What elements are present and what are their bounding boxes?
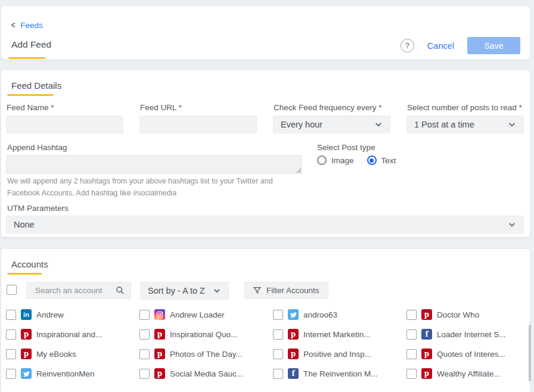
account-item[interactable]: inAndrew [6,309,139,321]
account-name: ReinventionMen [36,369,95,378]
frequency-label: Check Feed frequency every * [274,103,382,112]
account-checkbox[interactable] [6,349,16,359]
facebook-icon: f [421,329,432,340]
account-checkbox[interactable] [273,349,283,359]
account-checkbox[interactable] [406,329,417,340]
account-checkbox[interactable] [406,369,417,379]
accounts-section-title: Accounts [11,259,48,269]
facebook-glyph: f [291,370,294,377]
account-search[interactable] [26,282,131,299]
account-checkbox[interactable] [139,369,150,379]
pinterest-icon: p [421,368,432,379]
feed-details-card: Feed Details Feed Name * Feed URL * Chec… [1,70,530,237]
account-item[interactable]: fLoader Internet S... [406,328,525,340]
search-input[interactable] [35,286,116,295]
header-actions: ? Cancel Save [401,37,520,54]
feed-url-input[interactable] [139,116,257,133]
sort-value: Sort by - A to Z [148,286,205,295]
filter-funnel-icon [253,287,261,294]
account-name: Quotes of Interes... [437,350,505,359]
account-checkbox[interactable] [406,310,417,320]
utm-parameters-select[interactable]: None [6,216,524,234]
pinterest-glyph: p [424,370,429,377]
account-name: Inspirational Quo... [170,330,237,339]
pinterest-glyph: p [157,350,162,357]
account-item[interactable]: pInspirational and... [6,328,139,340]
account-checkbox[interactable] [139,310,150,320]
account-item[interactable]: pInternet Marketin... [273,328,406,340]
pinterest-glyph: p [291,331,296,338]
instagram-camera [156,311,163,318]
account-item[interactable]: androo63 [273,309,406,321]
select-all-checkbox[interactable] [7,285,17,295]
facebook-glyph: f [425,331,428,338]
frequency-select[interactable]: Every hour [273,116,390,133]
cancel-button[interactable]: Cancel [427,41,454,51]
account-checkbox[interactable] [6,329,16,340]
account-item[interactable]: pSocial Media Sauc... [139,368,273,379]
account-item[interactable]: fThe Reinvention M... [273,368,406,379]
account-checkbox[interactable] [273,310,283,320]
account-name: Doctor Who [437,310,479,319]
frequency-value: Every hour [281,120,322,129]
breadcrumb-label[interactable]: Feeds [20,21,43,30]
account-name: Andrew Loader [170,310,225,319]
chevron-down-icon [213,287,221,295]
account-name: androo63 [303,310,337,319]
save-button[interactable]: Save [467,37,520,54]
utm-parameters-value: None [14,220,35,229]
facebook-icon: f [288,368,299,379]
account-item[interactable]: pPositive and Insp... [273,348,406,360]
account-checkbox[interactable] [273,369,283,379]
pinterest-icon: p [421,349,432,359]
pinterest-glyph: p [424,311,429,318]
account-item[interactable]: pDoctor Who [406,309,525,321]
account-checkbox[interactable] [6,310,16,320]
posts-to-read-value: 1 Post at a time [414,120,474,129]
account-item[interactable]: pPhotos of The Day... [139,348,273,360]
breadcrumb[interactable]: < Feeds [11,20,43,30]
radio-icon[interactable] [367,155,377,165]
pinterest-glyph: p [157,370,162,377]
account-checkbox[interactable] [406,349,417,359]
vertical-scrollbar[interactable] [529,325,531,381]
help-icon[interactable]: ? [401,39,414,52]
account-name: Loader Internet S... [437,330,506,339]
linkedin-icon: in [21,309,32,320]
feed-name-input[interactable] [6,116,123,133]
account-name: The Reinvention M... [303,369,378,378]
account-checkbox[interactable] [139,349,150,359]
account-checkbox[interactable] [6,369,16,379]
accounts-accent-underline [7,273,42,275]
account-checkbox[interactable] [139,329,150,340]
account-item[interactable]: pMy eBooks [6,348,139,360]
pinterest-icon: p [154,349,165,359]
account-name: Social Media Sauc... [170,369,243,378]
account-name: Photos of The Day... [170,350,243,359]
account-item[interactable]: pInspirational Quo... [139,328,273,340]
account-item[interactable]: ReinventionMen [6,368,139,379]
posts-to-read-label: Select number of posts to read * [407,103,522,112]
account-item[interactable]: pWealthy Affiliate... [406,368,525,379]
radio-icon[interactable] [317,155,327,165]
filter-accounts-button[interactable]: Filter Accounts [244,282,328,299]
post-type-option-text[interactable]: Text [367,155,396,165]
post-type-option-image[interactable]: Image [317,155,354,165]
twitter-icon [21,368,32,379]
feed-details-accent-underline [7,94,54,96]
pinterest-icon: p [21,349,32,359]
posts-to-read-select[interactable]: 1 Post at a time [406,116,524,133]
account-item[interactable]: Andrew Loader [139,309,273,321]
chevron-down-icon [508,120,516,129]
account-name: Andrew [36,310,64,319]
accounts-grid: inAndrewAndrew Loaderandroo63pDoctor Who… [6,309,525,379]
account-checkbox[interactable] [273,329,283,340]
twitter-bird [23,370,30,377]
pinterest-glyph: p [157,331,162,338]
chevron-left-icon: < [11,20,15,30]
pinterest-icon: p [21,329,32,340]
pinterest-icon: p [154,368,165,379]
account-item[interactable]: pQuotes of Interes... [406,348,525,360]
sort-select[interactable]: Sort by - A to Z [140,282,229,300]
append-hashtag-textarea[interactable] [6,155,302,174]
